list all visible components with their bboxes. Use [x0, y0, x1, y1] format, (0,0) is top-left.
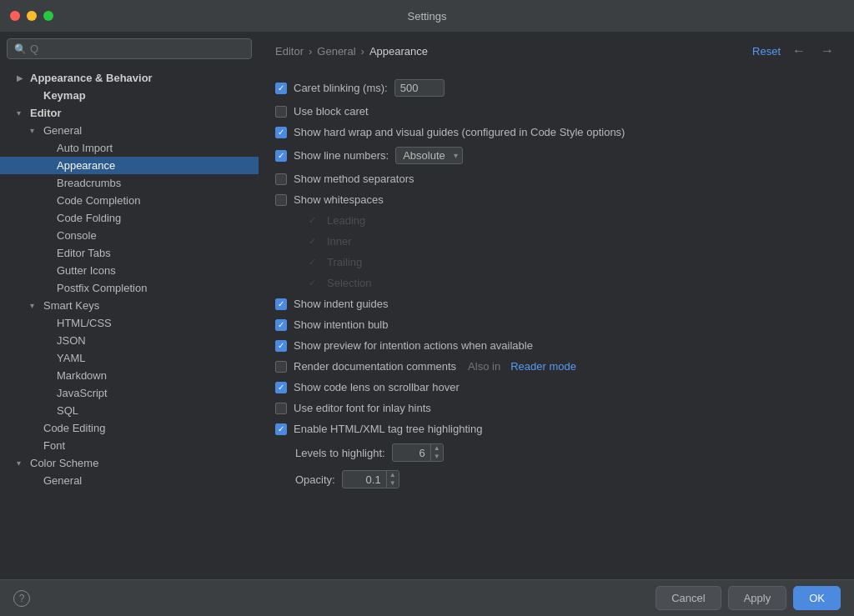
sidebar-item-label: Code Folding — [57, 212, 252, 224]
leading-label: Leading — [327, 214, 365, 227]
reader-mode-link[interactable]: Reader mode — [510, 360, 576, 373]
sidebar-item-label: HTML/CSS — [57, 317, 252, 329]
minimize-button[interactable] — [27, 11, 37, 21]
sidebar-item-color-scheme[interactable]: ▾ Color Scheme — [0, 454, 259, 472]
show-preview-label: Show preview for intention actions when … — [294, 339, 533, 352]
apply-button[interactable]: Apply — [728, 586, 787, 610]
footer-left: ? — [13, 590, 30, 607]
sidebar-item-editor-tabs[interactable]: Editor Tabs — [0, 244, 259, 262]
levels-input[interactable] — [393, 445, 430, 461]
sidebar-item-smart-keys[interactable]: ▾ Smart Keys — [0, 297, 259, 314]
chevron-down-icon: ▾ — [30, 301, 43, 310]
breadcrumb-part1: Editor — [275, 45, 304, 58]
indent-guides-checkbox[interactable] — [275, 298, 287, 310]
opacity-decrement-button[interactable]: ▼ — [387, 479, 399, 488]
forward-button[interactable]: → — [817, 42, 837, 60]
line-numbers-dropdown[interactable]: Absolute Relative Hybrid — [395, 147, 463, 164]
cancel-button[interactable]: Cancel — [656, 586, 721, 610]
sidebar-item-code-completion[interactable]: Code Completion — [0, 192, 259, 209]
sidebar-item-editor[interactable]: ▾ Editor — [0, 104, 259, 122]
line-numbers-dropdown-wrapper[interactable]: Absolute Relative Hybrid — [395, 147, 463, 164]
levels-label: Levels to highlight: — [295, 447, 385, 459]
search-icon: 🔍 — [14, 43, 27, 55]
search-input[interactable] — [30, 43, 244, 55]
sidebar-item-javascript[interactable]: JavaScript — [0, 384, 259, 402]
maximize-button[interactable] — [43, 11, 53, 21]
sidebar-item-label: Console — [57, 229, 252, 242]
levels-decrement-button[interactable]: ▼ — [431, 453, 443, 461]
title-bar: Settings — [0, 0, 854, 32]
caret-blink-input[interactable] — [394, 79, 445, 97]
sidebar-item-label: SQL — [57, 404, 252, 417]
sidebar-item-yaml[interactable]: YAML — [0, 349, 259, 367]
sidebar-item-gutter-icons[interactable]: Gutter Icons — [0, 262, 259, 279]
settings-panel: Caret blinking (ms): Use block caret Sho… — [259, 68, 854, 579]
editor-font-label: Use editor font for inlay hints — [294, 402, 431, 414]
sidebar-item-code-folding[interactable]: Code Folding — [0, 209, 259, 227]
sidebar-item-label: Font — [43, 439, 252, 452]
sidebar-item-auto-import[interactable]: Auto Import — [0, 139, 259, 157]
window-controls[interactable] — [10, 11, 53, 21]
show-preview-checkbox[interactable] — [275, 340, 287, 352]
sidebar-item-font[interactable]: Font — [0, 437, 259, 454]
code-lens-checkbox[interactable] — [275, 382, 287, 393]
sidebar-item-markdown[interactable]: Markdown — [0, 367, 259, 384]
sidebar-item-general[interactable]: ▾ General — [0, 122, 259, 139]
sidebar-item-breadcrumbs[interactable]: Breadcrumbs — [0, 174, 259, 192]
sidebar-item-console[interactable]: Console — [0, 227, 259, 244]
code-lens-row: Show code lens on scrollbar hover — [275, 377, 837, 398]
tag-tree-checkbox[interactable] — [275, 423, 287, 435]
line-numbers-row: Show line numbers: Absolute Relative Hyb… — [275, 143, 837, 168]
sidebar-item-appearance[interactable]: Appearance — [0, 157, 259, 174]
sidebar: 🔍 ▶ Appearance & Behavior Keymap ▾ Edito… — [0, 32, 259, 579]
sidebar-item-json[interactable]: JSON — [0, 332, 259, 349]
caret-blink-checkbox[interactable] — [275, 83, 287, 94]
trailing-check-icon: ✓ — [309, 257, 320, 268]
sidebar-item-postfix-completion[interactable]: Postfix Completion — [0, 279, 259, 297]
show-preview-row: Show preview for intention actions when … — [275, 335, 837, 356]
opacity-spinner-buttons: ▲ ▼ — [386, 471, 399, 488]
sidebar-item-color-general[interactable]: General — [0, 472, 259, 489]
intention-bulb-label: Show intention bulb — [294, 318, 388, 331]
breadcrumb-sep2: › — [361, 45, 364, 58]
hard-wrap-checkbox[interactable] — [275, 127, 287, 138]
reset-button[interactable]: Reset — [752, 45, 781, 58]
line-numbers-checkbox[interactable] — [275, 150, 287, 162]
close-button[interactable] — [10, 11, 20, 21]
sidebar-tree: ▶ Appearance & Behavior Keymap ▾ Editor … — [0, 66, 259, 579]
sidebar-item-label: Smart Keys — [43, 299, 252, 312]
help-button[interactable]: ? — [13, 590, 30, 607]
opacity-increment-button[interactable]: ▲ — [387, 471, 399, 479]
sidebar-item-label: Breadcrumbs — [57, 177, 252, 189]
header-right: Reset ← → — [752, 42, 837, 60]
intention-bulb-checkbox[interactable] — [275, 319, 287, 331]
sidebar-item-sql[interactable]: SQL — [0, 402, 259, 419]
sidebar-item-html-css[interactable]: HTML/CSS — [0, 314, 259, 332]
ok-button[interactable]: OK — [793, 586, 841, 610]
sidebar-item-label: JavaScript — [57, 387, 252, 399]
chevron-down-icon: ▾ — [30, 126, 43, 135]
sidebar-item-code-editing[interactable]: Code Editing — [0, 419, 259, 437]
sidebar-item-label: JSON — [57, 334, 252, 347]
whitespace-checkbox[interactable] — [275, 194, 287, 206]
render-doc-checkbox[interactable] — [275, 361, 287, 373]
sidebar-item-keymap[interactable]: Keymap — [0, 87, 259, 104]
inner-check-icon: ✓ — [309, 236, 320, 247]
levels-spinner[interactable]: ▲ ▼ — [392, 443, 444, 462]
window-title: Settings — [408, 10, 447, 23]
back-button[interactable]: ← — [789, 42, 809, 60]
search-box[interactable]: 🔍 — [7, 38, 252, 59]
sidebar-item-appearance-behavior[interactable]: ▶ Appearance & Behavior — [0, 69, 259, 87]
block-caret-checkbox[interactable] — [275, 106, 287, 118]
method-sep-checkbox[interactable] — [275, 173, 287, 185]
opacity-spinner[interactable]: ▲ ▼ — [342, 470, 399, 488]
levels-increment-button[interactable]: ▲ — [431, 444, 443, 453]
sidebar-item-label: Color Scheme — [30, 457, 252, 469]
editor-font-checkbox[interactable] — [275, 403, 287, 414]
opacity-input[interactable] — [343, 472, 386, 488]
sidebar-item-label: Editor Tabs — [57, 247, 252, 259]
levels-spinner-buttons: ▲ ▼ — [430, 444, 443, 461]
footer-right: Cancel Apply OK — [656, 586, 841, 610]
indent-guides-label: Show indent guides — [294, 298, 388, 310]
footer: ? Cancel Apply OK — [0, 579, 854, 616]
